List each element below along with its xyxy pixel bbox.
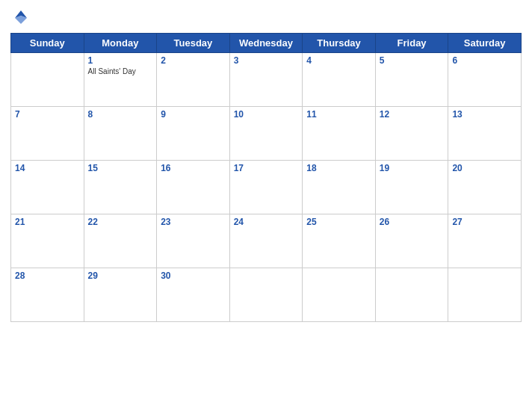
calendar-week-1: 1All Saints' Day23456 xyxy=(11,53,522,107)
calendar-table: SundayMondayTuesdayWednesdayThursdayFrid… xyxy=(10,33,522,322)
weekday-header-sunday: Sunday xyxy=(11,34,84,53)
day-number: 14 xyxy=(15,163,80,173)
day-number: 30 xyxy=(161,271,226,281)
calendar-cell xyxy=(11,53,84,107)
day-number: 18 xyxy=(306,163,371,173)
day-number: 28 xyxy=(15,271,80,281)
calendar-cell: 26 xyxy=(375,214,448,268)
calendar-cell: 7 xyxy=(11,107,84,161)
calendar-cell: 5 xyxy=(375,53,448,107)
day-number: 8 xyxy=(88,109,153,120)
day-number: 21 xyxy=(15,217,80,227)
calendar-cell: 22 xyxy=(84,214,157,268)
day-number: 1 xyxy=(88,55,153,66)
day-number: 9 xyxy=(161,109,226,120)
weekday-header-friday: Friday xyxy=(375,34,448,53)
calendar-cell: 28 xyxy=(11,268,84,322)
day-number: 2 xyxy=(161,55,226,66)
day-number: 29 xyxy=(88,271,153,281)
day-number: 6 xyxy=(452,55,517,66)
calendar-cell xyxy=(448,268,522,322)
calendar-cell: 6 xyxy=(448,53,522,107)
logo xyxy=(10,7,34,28)
calendar-cell: 8 xyxy=(84,107,157,161)
calendar-week-2: 78910111213 xyxy=(11,107,522,161)
weekday-header-tuesday: Tuesday xyxy=(157,34,230,53)
day-number: 11 xyxy=(306,109,371,120)
day-number: 4 xyxy=(306,55,371,66)
calendar-cell: 23 xyxy=(157,214,230,268)
calendar-cell: 11 xyxy=(303,107,376,161)
calendar-week-4: 21222324252627 xyxy=(11,214,522,268)
day-number: 13 xyxy=(452,109,517,120)
calendar-cell: 18 xyxy=(303,161,376,214)
day-number: 15 xyxy=(88,163,153,173)
calendar-cell: 25 xyxy=(303,214,376,268)
calendar-cell: 17 xyxy=(229,161,303,214)
calendar-page: SundayMondayTuesdayWednesdayThursdayFrid… xyxy=(0,0,532,411)
weekday-header-saturday: Saturday xyxy=(448,34,522,53)
calendar-week-5: 282930 xyxy=(11,268,522,322)
calendar-cell xyxy=(229,268,303,322)
calendar-header: SundayMondayTuesdayWednesdayThursdayFrid… xyxy=(11,34,522,53)
calendar-body: 1All Saints' Day234567891011121314151617… xyxy=(11,53,522,322)
logo-bird-icon xyxy=(10,7,31,28)
calendar-cell: 15 xyxy=(84,161,157,214)
day-number: 17 xyxy=(234,163,299,173)
calendar-cell: 10 xyxy=(229,107,303,161)
day-number: 24 xyxy=(234,217,299,227)
calendar-cell xyxy=(375,268,448,322)
calendar-cell: 1All Saints' Day xyxy=(84,53,157,107)
calendar-cell: 21 xyxy=(11,214,84,268)
calendar-cell: 27 xyxy=(448,214,522,268)
day-number: 16 xyxy=(161,163,226,173)
calendar-cell: 20 xyxy=(448,161,522,214)
calendar-cell: 19 xyxy=(375,161,448,214)
calendar-cell: 16 xyxy=(157,161,230,214)
calendar-cell: 30 xyxy=(157,268,230,322)
day-number: 23 xyxy=(161,217,226,227)
weekday-header-thursday: Thursday xyxy=(303,34,376,53)
day-number: 19 xyxy=(380,163,445,173)
day-number: 3 xyxy=(234,55,299,66)
day-number: 5 xyxy=(380,55,445,66)
day-number: 12 xyxy=(380,109,445,120)
day-number: 25 xyxy=(306,217,371,227)
calendar-cell: 13 xyxy=(448,107,522,161)
calendar-cell: 9 xyxy=(157,107,230,161)
day-number: 7 xyxy=(15,109,80,120)
calendar-cell xyxy=(303,268,376,322)
event-label: All Saints' Day xyxy=(88,67,153,75)
calendar-cell: 3 xyxy=(229,53,303,107)
calendar-cell: 2 xyxy=(157,53,230,107)
calendar-cell: 12 xyxy=(375,107,448,161)
day-number: 22 xyxy=(88,217,153,227)
calendar-cell: 29 xyxy=(84,268,157,322)
calendar-cell: 14 xyxy=(11,161,84,214)
calendar-cell: 4 xyxy=(303,53,376,107)
weekday-header-wednesday: Wednesday xyxy=(229,34,303,53)
calendar-cell: 24 xyxy=(229,214,303,268)
day-number: 20 xyxy=(452,163,517,173)
day-number: 27 xyxy=(452,217,517,227)
calendar-week-3: 14151617181920 xyxy=(11,161,522,214)
day-number: 10 xyxy=(234,109,299,120)
weekday-header-monday: Monday xyxy=(84,34,157,53)
page-header xyxy=(10,7,522,28)
weekday-row: SundayMondayTuesdayWednesdayThursdayFrid… xyxy=(11,34,522,53)
day-number: 26 xyxy=(380,217,445,227)
